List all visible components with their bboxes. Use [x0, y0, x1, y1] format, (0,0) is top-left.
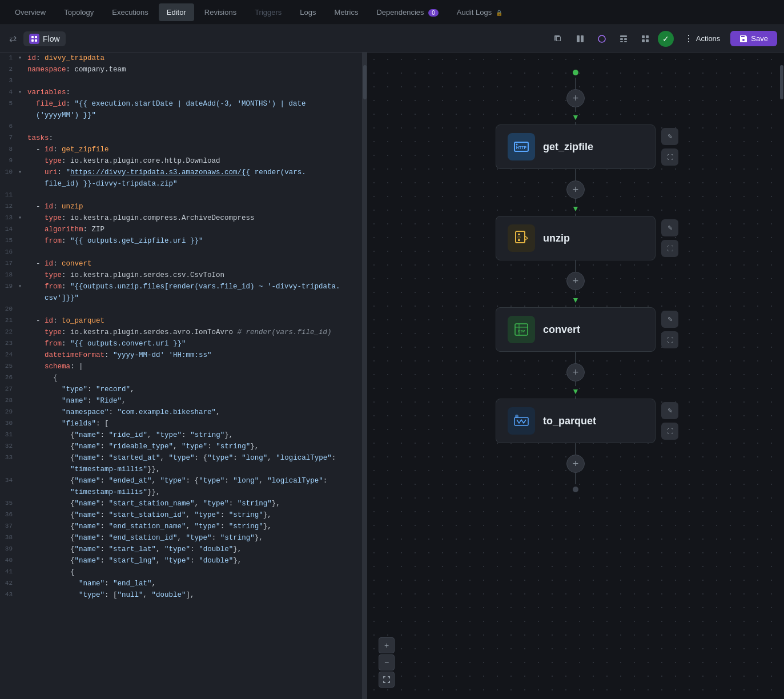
graph-scroll-thumb [780, 65, 783, 99]
copy-icon-btn[interactable] [549, 30, 568, 48]
svg-rect-20 [518, 234, 520, 235]
code-line-20: 20 [0, 304, 362, 315]
svg-rect-22 [518, 239, 520, 241]
edit-node-unzip[interactable]: ✎ [661, 219, 678, 236]
code-editor[interactable]: 1 ▾ id: divvy_tripdata 2 namespace: comp… [0, 53, 363, 699]
code-line-5b: ('yyyyMM') }}" [0, 110, 362, 121]
edit-node-get-zipfile[interactable]: ✎ [661, 128, 678, 145]
svg-rect-14 [642, 39, 645, 42]
node-unzip[interactable]: unzip [496, 216, 656, 260]
toolbar-right: ✓ ⋮ Actions Save [549, 30, 777, 48]
code-line-8: 8 - id: get_zipfile [0, 144, 362, 155]
tab-overview[interactable]: Overview [7, 3, 54, 21]
flow-graph-panel[interactable]: + ▼ HTTP get_zipfile [367, 53, 784, 699]
svg-rect-4 [577, 35, 580, 42]
add-button-4[interactable]: + [566, 363, 585, 381]
svg-text:HTTP: HTTP [516, 146, 527, 150]
code-line-19: 19 ▾ from: "{{outputs.unzip.files[render… [0, 281, 362, 292]
svg-rect-7 [620, 35, 627, 37]
node-to-parquet-label: to_parquet [543, 415, 596, 427]
edit-node-convert[interactable]: ✎ [661, 311, 678, 328]
table-icon-btn[interactable] [614, 30, 633, 48]
edit-node-to-parquet[interactable]: ✎ [661, 402, 678, 419]
node-to-parquet[interactable]: to_parquet [496, 399, 656, 443]
flow-breadcrumb[interactable]: Flow [23, 31, 66, 46]
node-to-parquet-actions: ✎ ⛶ [661, 402, 678, 440]
code-line-31: 31 {"name": "ride_id", "type": "string"}… [0, 429, 362, 441]
add-button-2[interactable]: + [566, 180, 585, 199]
code-line-11: 11 [0, 190, 362, 201]
split-icon-btn[interactable] [571, 30, 589, 48]
code-line-26: 26 { [0, 372, 362, 384]
delete-node-unzip[interactable]: ⛶ [661, 240, 678, 257]
svg-rect-27 [514, 417, 528, 425]
code-line-39: 39 {"name": "start_lat", "type": "double… [0, 544, 362, 555]
save-button[interactable]: Save [730, 31, 777, 46]
tab-triggers[interactable]: Triggers [247, 3, 290, 21]
grid-icon-btn[interactable] [636, 30, 654, 48]
tab-dependencies[interactable]: Dependencies 0 [368, 3, 446, 21]
code-line-12: 12 - id: unzip [0, 201, 362, 212]
code-line-34: 34 {"name": "ended_at", "type": {"type":… [0, 475, 362, 487]
tab-executions[interactable]: Executions [104, 3, 156, 21]
map-controls: + − [379, 637, 395, 688]
scroll-thumb [363, 65, 367, 99]
resize-handle[interactable] [363, 53, 367, 699]
check-status-icon: ✓ [658, 31, 674, 47]
flow-icon [29, 34, 39, 44]
svg-rect-12 [642, 35, 645, 38]
code-line-21: 21 - id: to_parquet [0, 315, 362, 327]
tab-auditlogs[interactable]: Audit Logs 🔒 [449, 3, 510, 21]
tab-editor[interactable]: Editor [159, 3, 194, 21]
code-line-9: 9 type: io.kestra.plugin.core.http.Downl… [0, 155, 362, 167]
code-line-17: 17 - id: convert [0, 258, 362, 270]
code-line-27: 27 "type": "record", [0, 384, 362, 395]
delete-node-convert[interactable]: ⛶ [661, 331, 678, 348]
svg-rect-13 [646, 35, 649, 38]
zoom-out-button[interactable]: − [379, 654, 395, 670]
code-line-4: 4 ▾ variables: [0, 87, 362, 98]
start-dot [573, 70, 578, 75]
node-get-zipfile[interactable]: HTTP get_zipfile [496, 124, 656, 169]
nav-arrows[interactable]: ⇄ [7, 31, 19, 46]
code-line-5: 5 file_id: "{{ execution.startDate | dat… [0, 98, 362, 110]
code-line-10: 10 ▾ uri: "https://divvy-tripdata.s3.ama… [0, 167, 362, 178]
code-line-1: 1 ▾ id: divvy_tripdata [0, 53, 362, 64]
arrow-down-3: ▼ [572, 296, 580, 304]
node-convert[interactable]: CSV convert [496, 307, 656, 352]
add-button-3[interactable]: + [566, 272, 585, 290]
main-content: 1 ▾ id: divvy_tripdata 2 namespace: comp… [0, 53, 784, 699]
tab-revisions[interactable]: Revisions [196, 3, 244, 21]
node-unzip-actions: ✎ ⛶ [661, 219, 678, 257]
actions-button[interactable]: ⋮ Actions [677, 30, 727, 47]
delete-node-to-parquet[interactable]: ⛶ [661, 423, 678, 440]
purple-icon-btn[interactable] [593, 30, 611, 48]
fit-view-button[interactable] [379, 672, 395, 688]
svg-rect-15 [646, 39, 649, 42]
add-button-top[interactable]: + [566, 89, 585, 107]
arrow-down-4: ▼ [572, 387, 580, 395]
graph-scrollbar[interactable] [779, 53, 784, 699]
svg-rect-9 [624, 38, 627, 40]
svg-rect-21 [518, 236, 520, 238]
svg-point-28 [515, 415, 518, 418]
node-convert-label: convert [543, 324, 580, 336]
svg-rect-10 [620, 41, 623, 42]
code-line-24: 24 datetimeFormat: "yyyy-MM-dd' 'HH:mm:s… [0, 350, 362, 361]
zoom-in-button[interactable]: + [379, 637, 395, 653]
add-button-bottom[interactable]: + [566, 455, 585, 473]
tab-metrics[interactable]: Metrics [327, 3, 367, 21]
svg-point-6 [598, 35, 605, 42]
svg-rect-5 [581, 35, 584, 42]
code-line-36: 36 {"name": "start_station_id", "type": … [0, 509, 362, 521]
node-icon-csv: CSV [508, 316, 535, 343]
code-line-25: 25 schema: | [0, 361, 362, 372]
delete-node-get-zipfile[interactable]: ⛶ [661, 148, 678, 166]
code-line-38: 38 {"name": "end_station_id", "type": "s… [0, 532, 362, 544]
code-line-10b: file_id) }}-divvy-tripdata.zip" [0, 178, 362, 190]
code-line-15: 15 from: "{{ outputs.get_zipfile.uri }}" [0, 235, 362, 247]
code-line-23: 23 from: "{{ outputs.convert.uri }}" [0, 338, 362, 350]
tab-logs[interactable]: Logs [292, 3, 324, 21]
tab-topology[interactable]: Topology [56, 3, 102, 21]
svg-text:CSV: CSV [518, 330, 525, 333]
